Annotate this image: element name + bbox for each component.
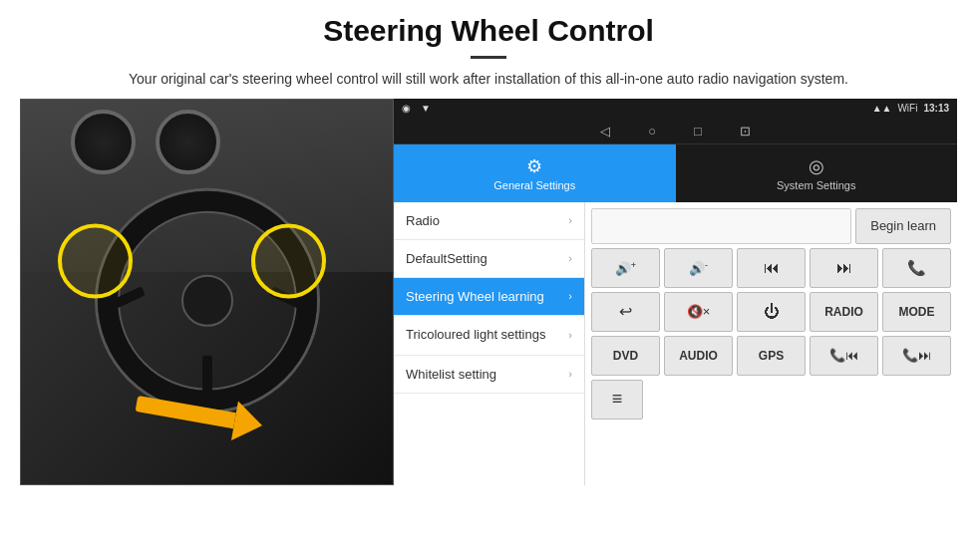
page-header: Steering Wheel Control Your original car… xyxy=(0,0,977,99)
gps-label: GPS xyxy=(759,349,784,363)
controls-row-4: ≡ xyxy=(591,380,951,420)
list-icon-button[interactable]: ≡ xyxy=(591,380,643,420)
menu-whitelist-chevron: › xyxy=(568,368,572,380)
right-button-highlight xyxy=(251,223,326,298)
left-menu: Radio › DefaultSetting › Steering Wheel … xyxy=(394,202,585,485)
power-button[interactable]: ⏻ xyxy=(737,292,806,332)
dvd-button[interactable]: DVD xyxy=(591,336,660,376)
menu-steering-label: Steering Wheel learning xyxy=(406,289,544,304)
hang-up-button[interactable]: ↩ xyxy=(591,292,660,332)
audio-button[interactable]: AUDIO xyxy=(664,336,733,376)
settings-main-area: Radio › DefaultSetting › Steering Wheel … xyxy=(394,202,957,485)
vol-up-button[interactable]: 🔊+ xyxy=(591,248,660,288)
phone-button[interactable]: 📞 xyxy=(882,248,951,288)
vol-down-button[interactable]: 🔊- xyxy=(664,248,733,288)
menu-tricoloured-label: Tricoloured light settings xyxy=(406,327,545,344)
vol-down-icon: 🔊- xyxy=(689,260,708,276)
system-settings-label: System Settings xyxy=(777,179,855,191)
tel-next-icon: 📞⏭ xyxy=(902,348,931,363)
tab-system[interactable]: ◎ System Settings xyxy=(676,144,958,202)
mute-button[interactable]: 🔇× xyxy=(664,292,733,332)
system-settings-icon: ◎ xyxy=(809,155,824,177)
tel-next-button[interactable]: 📞⏭ xyxy=(882,336,951,376)
begin-learn-button[interactable]: Begin learn xyxy=(855,208,951,244)
left-button-highlight xyxy=(58,223,133,298)
page-subtitle: Your original car's steering wheel contr… xyxy=(80,69,897,91)
begin-learn-row: Begin learn xyxy=(591,208,951,244)
tel-prev-button[interactable]: 📞⏮ xyxy=(810,336,878,376)
title-divider xyxy=(471,56,506,59)
next-track-icon: ⏭ xyxy=(836,259,852,277)
phone-icon: 📞 xyxy=(907,259,926,277)
menu-defaultsetting-chevron: › xyxy=(568,252,572,264)
tel-prev-icon: 📞⏮ xyxy=(829,348,858,363)
power-icon: ⏻ xyxy=(764,303,780,321)
sw-center-hub xyxy=(181,274,233,326)
gauges xyxy=(71,110,220,174)
radio-ctrl-button[interactable]: RADIO xyxy=(810,292,878,332)
screenshot-nav-icon[interactable]: ⊡ xyxy=(740,124,751,139)
prev-track-icon: ⏮ xyxy=(764,259,780,277)
menu-tricoloured-chevron: › xyxy=(568,329,572,341)
wifi-down-icon: ▼ xyxy=(421,103,431,114)
android-panel: ◉ ▼ ▲▲ WiFi 13:13 ◁ ○ □ ⊡ ⚙ General Sett… xyxy=(394,99,957,485)
main-content: ◉ ▼ ▲▲ WiFi 13:13 ◁ ○ □ ⊡ ⚙ General Sett… xyxy=(20,99,957,485)
menu-item-whitelist[interactable]: Whitelist setting › xyxy=(394,356,584,394)
audio-label: AUDIO xyxy=(679,349,718,363)
mode-button[interactable]: MODE xyxy=(882,292,951,332)
page-title: Steering Wheel Control xyxy=(40,14,937,48)
controls-row-1: 🔊+ 🔊- ⏮ ⏭ 📞 xyxy=(591,248,951,288)
prev-track-button[interactable]: ⏮ xyxy=(737,248,806,288)
list-icon: ≡ xyxy=(612,389,623,410)
menu-item-radio[interactable]: Radio › xyxy=(394,202,584,240)
next-track-button[interactable]: ⏭ xyxy=(810,248,878,288)
controls-row-2: ↩ 🔇× ⏻ RADIO MODE xyxy=(591,292,951,332)
radio-label: RADIO xyxy=(824,305,863,319)
menu-radio-chevron: › xyxy=(568,214,572,226)
recent-nav-icon[interactable]: □ xyxy=(694,124,702,139)
menu-steering-chevron: › xyxy=(568,290,572,302)
gps-button[interactable]: GPS xyxy=(737,336,806,376)
status-bar-left: ◉ ▼ xyxy=(402,103,431,114)
menu-radio-label: Radio xyxy=(406,213,440,228)
general-settings-icon: ⚙ xyxy=(526,155,542,177)
menu-defaultsetting-label: DefaultSetting xyxy=(406,251,488,266)
key-input-box[interactable] xyxy=(591,208,851,244)
signal-icon: ▲▲ xyxy=(872,103,892,114)
right-controls: Begin learn 🔊+ 🔊- ⏮ ⏭ xyxy=(585,202,957,485)
mute-icon: 🔇× xyxy=(687,304,711,319)
menu-whitelist-label: Whitelist setting xyxy=(406,367,496,382)
clock: 13:13 xyxy=(923,103,949,114)
status-bar: ◉ ▼ ▲▲ WiFi 13:13 xyxy=(394,99,957,119)
general-settings-label: General Settings xyxy=(493,179,575,191)
home-nav-icon[interactable]: ○ xyxy=(648,124,656,139)
hang-up-icon: ↩ xyxy=(619,302,632,321)
nav-bar: ◁ ○ □ ⊡ xyxy=(394,119,957,144)
menu-item-tricoloured[interactable]: Tricoloured light settings › xyxy=(394,316,584,356)
dvd-label: DVD xyxy=(613,349,638,363)
status-bar-right: ▲▲ WiFi 13:13 xyxy=(872,103,949,114)
location-icon: ◉ xyxy=(402,103,411,114)
back-nav-icon[interactable]: ◁ xyxy=(600,124,610,139)
settings-tabs: ⚙ General Settings ◎ System Settings xyxy=(394,144,957,202)
mode-label: MODE xyxy=(899,305,935,319)
controls-row-3: DVD AUDIO GPS 📞⏮ 📞⏭ xyxy=(591,336,951,376)
steering-wheel-image xyxy=(20,99,394,485)
menu-item-defaultsetting[interactable]: DefaultSetting › xyxy=(394,240,584,278)
tab-general[interactable]: ⚙ General Settings xyxy=(394,144,676,202)
menu-item-steering[interactable]: Steering Wheel learning › xyxy=(394,278,584,316)
wifi-icon: WiFi xyxy=(897,103,917,114)
vol-up-icon: 🔊+ xyxy=(615,260,636,276)
